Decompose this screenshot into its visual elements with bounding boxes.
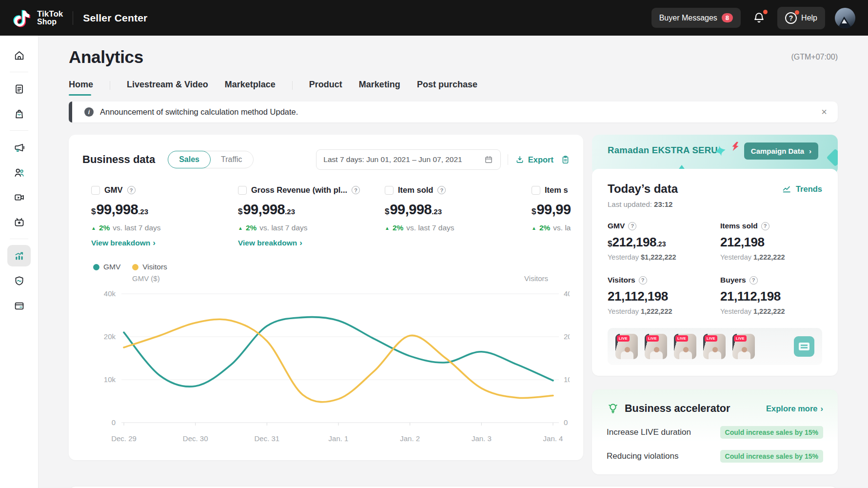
- sidebar-item-products[interactable]: [7, 103, 31, 124]
- topbar-divider: [73, 11, 73, 25]
- svg-text:20k: 20k: [104, 332, 116, 341]
- metric-label: GMV: [104, 185, 123, 195]
- svg-text:10k: 10k: [104, 375, 116, 384]
- explore-more-link[interactable]: Explore more›: [766, 404, 823, 413]
- date-range-value: Last 7 days: Jun 01, 2021 – Jun 07, 2021: [323, 155, 462, 164]
- export-button[interactable]: Export: [515, 155, 553, 164]
- item-sold-checkbox[interactable]: [385, 186, 394, 195]
- metric-label: Item sold: [398, 185, 433, 195]
- tab-separator: [110, 81, 110, 90]
- help-icon[interactable]: ?: [628, 222, 636, 230]
- product-name: Seller Center: [83, 12, 147, 24]
- notifications-button[interactable]: [750, 9, 768, 26]
- campaign-data-button[interactable]: Campaign Data ›: [744, 142, 818, 160]
- trends-chart-icon: [782, 184, 792, 194]
- brand-line2: Shop: [37, 18, 63, 26]
- buyer-messages-button[interactable]: Buyer Messages 8: [651, 8, 741, 28]
- close-icon[interactable]: ×: [821, 106, 827, 118]
- live-stream-thumbnail[interactable]: LIVE: [732, 334, 755, 359]
- gmv-checkbox[interactable]: [91, 186, 100, 195]
- stat-buyers: Buyers? 21,112,198 Yesterday 1,222,222: [720, 276, 822, 315]
- sidebar-item-analytics[interactable]: [7, 245, 31, 266]
- help-icon[interactable]: ?: [750, 276, 758, 285]
- tiktok-shop-logo[interactable]: TikTok Shop: [13, 7, 63, 29]
- sidebar-item-finance[interactable]: [7, 295, 31, 316]
- help-icon[interactable]: ?: [127, 186, 136, 194]
- view-breakdown-link[interactable]: View breakdown›: [91, 238, 238, 248]
- help-button[interactable]: ? Help: [777, 7, 825, 29]
- help-dot: [795, 10, 799, 15]
- metric-value: $99,99: [532, 202, 583, 218]
- chart-area[interactable]: 0010k10k20k20k40k40kGMV ($)VisitorsDec. …: [69, 273, 583, 447]
- buyer-messages-badge: 8: [722, 13, 733, 22]
- header-separator: [508, 154, 508, 165]
- gross-revenue-checkbox[interactable]: [238, 186, 247, 195]
- help-icon[interactable]: ?: [639, 276, 647, 285]
- metric-label: Item s: [545, 185, 568, 195]
- help-icon[interactable]: ?: [352, 186, 360, 194]
- lightbulb-icon: [607, 402, 619, 415]
- live-badge: LIVE: [646, 335, 659, 342]
- metric-card-gmv: GMV ? $99,998.23 ▲ 2% vs. last 7 days: [91, 185, 238, 248]
- impact-pill: Could increase sales by 15%: [720, 450, 823, 463]
- announcement-text: Announcement of switching calculation me…: [100, 107, 298, 117]
- business-data-chart: 0010k10k20k20k40k40kGMV ($)VisitorsDec. …: [82, 273, 570, 445]
- stat-items-sold: Items sold? 212,198 Yesterday 1,222,222: [720, 222, 822, 261]
- topbar: TikTok Shop Seller Center Buyer Messages…: [0, 0, 868, 36]
- last-updated: Last updated: 23:12: [608, 200, 822, 208]
- clipboard-icon: [560, 155, 571, 165]
- accelerator-row[interactable]: Increase LIVE duration Could increase sa…: [607, 426, 823, 439]
- metric-checkbox[interactable]: [532, 186, 540, 195]
- toggle-sales[interactable]: Sales: [168, 151, 211, 168]
- svg-text:Visitors: Visitors: [524, 274, 548, 283]
- date-range-picker[interactable]: Last 7 days: Jun 01, 2021 – Jun 07, 2021: [316, 149, 500, 170]
- tab-livestream-video[interactable]: Livestream & Video: [127, 80, 208, 96]
- sidebar-item-orders[interactable]: [7, 78, 31, 100]
- sidebar-divider: [10, 130, 28, 131]
- live-streams-strip: LIVE LIVE LIVE LIVE LIVE: [608, 328, 822, 365]
- tab-separator: [292, 81, 293, 90]
- sidebar-item-account-health[interactable]: [7, 270, 31, 291]
- legend-visitors[interactable]: Visitors: [132, 263, 167, 271]
- sidebar-item-affiliate[interactable]: [7, 162, 31, 183]
- help-label: Help: [801, 14, 817, 22]
- avatar[interactable]: [835, 8, 855, 28]
- trends-link[interactable]: Trends: [782, 184, 822, 194]
- info-icon: i: [84, 107, 94, 117]
- svg-text:20k: 20k: [564, 332, 570, 341]
- tab-home[interactable]: Home: [69, 80, 93, 96]
- tab-marketing[interactable]: Marketing: [359, 80, 400, 96]
- page-title: Analytics: [69, 47, 143, 67]
- tab-marketplace[interactable]: Marketplace: [225, 80, 276, 96]
- live-stream-thumbnail[interactable]: LIVE: [645, 334, 667, 359]
- download-icon: [515, 155, 525, 164]
- stat-gmv: GMV? $212,198.23 Yesterday $1,222,222: [608, 222, 720, 261]
- up-arrow-icon: ▲: [238, 225, 243, 231]
- sidebar-item-livestream[interactable]: [7, 186, 31, 208]
- buyer-messages-label: Buyer Messages: [659, 14, 717, 22]
- shield-icon: [13, 275, 25, 287]
- brand-thumbnail[interactable]: [794, 336, 814, 357]
- svg-text:Dec. 30: Dec. 30: [183, 434, 208, 443]
- calendar-icon: [484, 155, 493, 164]
- tab-post-purchase[interactable]: Post purchase: [417, 80, 477, 96]
- live-badge: LIVE: [675, 335, 688, 342]
- view-breakdown-link[interactable]: View breakdown›: [238, 238, 385, 248]
- live-stream-thumbnail[interactable]: LIVE: [674, 334, 696, 359]
- accelerator-row[interactable]: Reducing violations Could increase sales…: [607, 450, 823, 463]
- tab-product[interactable]: Product: [309, 80, 342, 96]
- svg-text:40k: 40k: [104, 289, 116, 298]
- sidebar-item-marketing[interactable]: [7, 137, 31, 158]
- todays-data-title: Today’s data: [608, 182, 678, 196]
- help-icon[interactable]: ?: [761, 222, 769, 230]
- sidebar-item-home[interactable]: [7, 44, 31, 66]
- help-icon[interactable]: ?: [437, 186, 446, 194]
- live-stream-thumbnail[interactable]: LIVE: [615, 334, 638, 359]
- legend-gmv[interactable]: GMV: [93, 263, 120, 271]
- toggle-traffic[interactable]: Traffic: [210, 151, 253, 168]
- svg-text:GMV ($): GMV ($): [132, 274, 160, 283]
- copy-report-button[interactable]: [560, 155, 571, 165]
- lightning-icon: [730, 141, 740, 152]
- live-stream-thumbnail[interactable]: LIVE: [703, 334, 726, 359]
- sidebar-item-shows[interactable]: [7, 211, 31, 233]
